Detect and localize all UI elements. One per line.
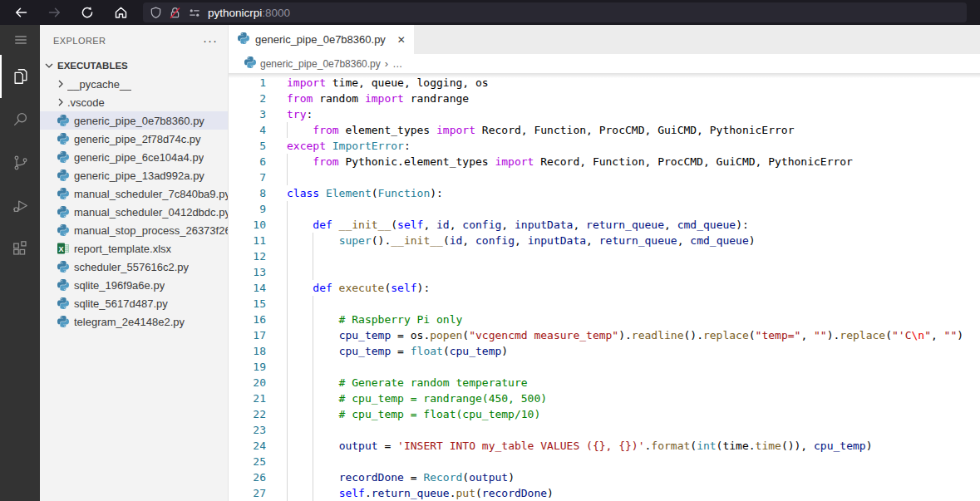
line-number[interactable]: 27 [229,485,287,501]
code-editor[interactable]: 1import time, queue, logging, os2from ra… [229,73,980,501]
code-line-6[interactable]: 6 from Pythonic.element_types import Rec… [229,154,980,169]
code-line-4[interactable]: 4 from element_types import Record, Func… [229,122,980,138]
insecure-lock-icon[interactable] [169,7,181,19]
file-item-scheduler-557616c2-py[interactable]: scheduler_557616c2.py [40,258,228,276]
line-number[interactable]: 8 [229,185,287,201]
close-tab-icon[interactable]: ✕ [397,34,406,46]
activity-explorer-button[interactable] [0,55,40,98]
code-line-22[interactable]: 22 # cpu_temp = float(cpu_temp/10) [229,406,980,422]
address-bar[interactable]: pythonicrpi:8000 [143,2,967,22]
back-button[interactable] [10,2,32,22]
permissions-icon[interactable] [188,7,201,19]
line-number[interactable]: 17 [229,327,287,343]
line-number[interactable]: 1 [229,75,287,91]
python-icon [57,132,70,145]
folder-item--vscode[interactable]: .vscode [40,93,228,111]
line-number[interactable]: 19 [229,359,287,375]
line-number[interactable]: 15 [229,296,287,312]
file-item-manual-stop-process-26373f26-[interactable]: manual_stop_process_26373f26.... [40,221,228,239]
line-number[interactable]: 16 [229,312,287,327]
line-number[interactable]: 24 [229,438,287,454]
line-content: recordDone = Record(output) [287,469,980,485]
line-number[interactable]: 20 [229,375,287,390]
code-line-21[interactable]: 21 # cpu_temp = randrange(450, 500) [229,390,980,406]
file-item-generic-pipe-6ce104a4-py[interactable]: generic_pipe_6ce104a4.py [40,148,228,166]
file-item-generic-pipe-0e7b8360-py[interactable]: generic_pipe_0e7b8360.py [40,111,228,130]
code-line-15[interactable]: 15 [229,296,980,312]
code-line-7[interactable]: 7 [229,169,980,185]
line-number[interactable]: 9 [229,201,287,217]
tab-generic-pipe[interactable]: generic_pipe_0e7b8360.py ✕ [229,25,414,54]
url-text[interactable]: pythonicrpi:8000 [208,5,290,20]
reload-button[interactable] [76,2,98,22]
file-item-sqlite-196f9a6e-py[interactable]: sqlite_196f9a6e.py [40,276,228,294]
line-number[interactable]: 23 [229,422,287,438]
menu-button[interactable] [0,25,40,55]
code-line-11[interactable]: 11 super().__init__(id, config, inputDat… [229,233,980,248]
file-item-generic-pipe-13ad992a-py[interactable]: generic_pipe_13ad992a.py [40,166,228,184]
tracking-protection-shield-icon[interactable] [150,7,162,19]
home-button[interactable] [110,2,131,22]
line-number[interactable]: 18 [229,343,287,359]
code-line-18[interactable]: 18 cpu_temp = float(cpu_temp) [229,343,980,359]
python-file-icon [244,56,257,71]
code-line-17[interactable]: 17 cpu_temp = os.popen("vcgencmd measure… [229,327,980,343]
code-line-10[interactable]: 10 def __init__(self, id, config, inputD… [229,217,980,233]
code-line-13[interactable]: 13 [229,264,980,280]
line-number[interactable]: 11 [229,233,287,248]
code-line-2[interactable]: 2from random import randrange [229,91,980,106]
code-line-19[interactable]: 19 [229,359,980,375]
file-item-generic-pipe-2f78d74c-py[interactable]: generic_pipe_2f78d74c.py [40,130,228,148]
indent-guide [313,327,313,343]
activity-search-button[interactable] [0,98,40,141]
section-executables[interactable]: EXECUTABLES [40,56,228,75]
line-content: cpu_temp = float(cpu_temp) [287,343,980,359]
line-number[interactable]: 13 [229,264,287,280]
code-line-1[interactable]: 1import time, queue, logging, os [229,75,980,91]
forward-button[interactable] [43,2,65,22]
activity-extensions-button[interactable] [0,228,40,271]
code-line-12[interactable]: 12 [229,248,980,264]
code-line-20[interactable]: 20 # Generate random temperature [229,375,980,390]
activity-source-control-button[interactable] [0,141,40,184]
line-number[interactable]: 5 [229,138,287,154]
code-line-8[interactable]: 8class Element(Function): [229,185,980,201]
folder-item--pycache-[interactable]: __pycache__ [40,75,228,93]
line-number[interactable]: 21 [229,390,287,406]
url-host: pythonicrpi [208,7,262,19]
file-item-telegram-2e4148e2-py[interactable]: telegram_2e4148e2.py [40,312,228,331]
code-line-25[interactable]: 25 [229,454,980,469]
code-line-16[interactable]: 16 # Raspberry Pi only [229,312,980,327]
file-item-manual-scheduler-0412dbdc-py[interactable]: manual_scheduler_0412dbdc.py [40,203,228,221]
code-line-23[interactable]: 23 [229,422,980,438]
line-number[interactable]: 12 [229,248,287,264]
python-icon [57,187,70,200]
code-line-26[interactable]: 26 recordDone = Record(output) [229,469,980,485]
code-line-9[interactable]: 9 [229,201,980,217]
line-number[interactable]: 3 [229,106,287,122]
indent-guide [287,343,288,359]
breadcrumb-file[interactable]: generic_pipe_0e7b8360.py [260,58,381,70]
file-item-report-template-xlsx[interactable]: Xreport_template.xlsx [40,239,228,258]
explorer-more-actions-button[interactable]: ··· [203,37,218,45]
line-number[interactable]: 14 [229,280,287,296]
line-number[interactable]: 6 [229,154,287,169]
python-icon [57,169,70,182]
line-number[interactable]: 10 [229,217,287,233]
code-line-5[interactable]: 5except ImportError: [229,138,980,154]
breadcrumb-more[interactable]: … [392,58,402,70]
file-item-sqlite-5617d487-py[interactable]: sqlite_5617d487.py [40,294,228,312]
line-number[interactable]: 7 [229,169,287,185]
indent-guide [287,296,288,312]
line-number[interactable]: 26 [229,469,287,485]
line-number[interactable]: 2 [229,91,287,106]
file-item-manual-scheduler-7c840ba9-py[interactable]: manual_scheduler_7c840ba9.py [40,184,228,203]
code-line-14[interactable]: 14 def execute(self): [229,280,980,296]
code-line-3[interactable]: 3try: [229,106,980,122]
code-line-27[interactable]: 27 self.return_queue.put(recordDone) [229,485,980,501]
line-number[interactable]: 4 [229,122,287,138]
line-number[interactable]: 22 [229,406,287,422]
code-line-24[interactable]: 24 output = 'INSERT INTO my_table VALUES… [229,438,980,454]
activity-run-debug-button[interactable] [0,184,40,228]
line-number[interactable]: 25 [229,454,287,469]
